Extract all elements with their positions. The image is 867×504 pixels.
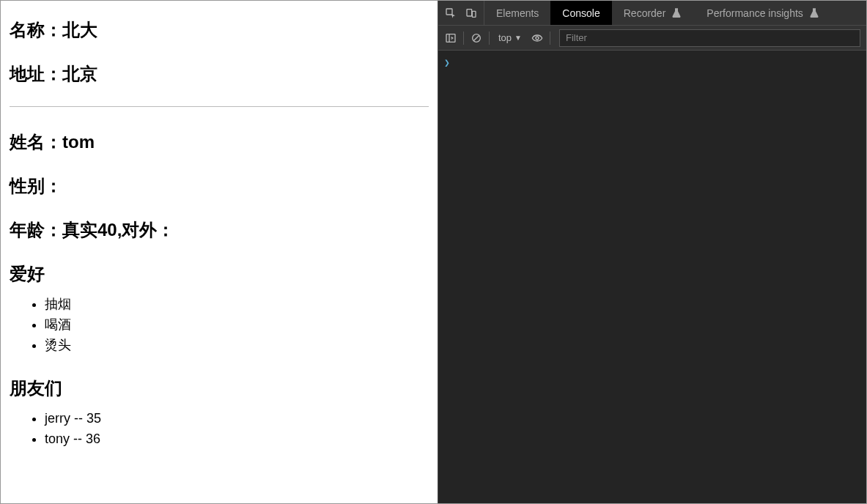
device-toggle-icon[interactable] (465, 7, 478, 20)
console-body[interactable]: ❯ (438, 51, 866, 503)
tab-elements[interactable]: Elements (484, 1, 550, 25)
list-item: tony -- 36 (45, 429, 429, 450)
console-toolbar: top ▼ (438, 26, 866, 51)
devtools-icon-group (438, 1, 484, 25)
list-item: 喝酒 (45, 315, 429, 336)
svg-rect-1 (467, 9, 472, 15)
person-gender: 性别： (10, 174, 429, 198)
svg-point-7 (536, 37, 539, 40)
hobby-list: 抽烟 喝酒 烫头 (10, 294, 429, 356)
svg-rect-2 (472, 11, 476, 17)
separator (463, 32, 464, 45)
divider (10, 106, 429, 107)
school-name: 名称：北大 (10, 18, 429, 42)
flask-icon (808, 7, 821, 20)
devtools-panel: Elements Console Recorder Performance in… (438, 1, 866, 503)
tab-label: Console (562, 7, 599, 19)
friends-list: jerry -- 35 tony -- 36 (10, 409, 429, 450)
devtools-tab-bar: Elements Console Recorder Performance in… (438, 1, 866, 26)
context-label: top (498, 32, 512, 43)
live-expression-icon[interactable] (531, 32, 544, 45)
console-sidebar-toggle-icon[interactable] (444, 32, 457, 45)
school-address: 地址：北京 (10, 62, 429, 86)
tab-recorder[interactable]: Recorder (612, 1, 696, 25)
tab-label: Recorder (624, 7, 666, 19)
page-content: 名称：北大 地址：北京 姓名：tom 性别： 年龄：真实40,对外： 爱好 抽烟… (1, 1, 438, 503)
inspect-element-icon[interactable] (444, 7, 457, 20)
chevron-down-icon: ▼ (514, 34, 522, 42)
person-name: 姓名：tom (10, 130, 429, 154)
filter-wrap (559, 29, 860, 47)
tab-console[interactable]: Console (550, 1, 611, 25)
svg-line-6 (474, 35, 479, 40)
hobby-heading: 爱好 (10, 262, 429, 286)
svg-rect-3 (446, 34, 455, 42)
clear-console-icon[interactable] (470, 32, 483, 45)
flask-icon (670, 7, 683, 20)
list-item: 烫头 (45, 336, 429, 356)
tab-label: Elements (496, 7, 539, 19)
list-item: 抽烟 (45, 294, 429, 315)
person-age: 年龄：真实40,对外： (10, 218, 429, 242)
list-item: jerry -- 35 (45, 409, 429, 429)
separator (489, 32, 490, 45)
console-prompt-icon: ❯ (444, 57, 450, 68)
filter-input[interactable] (566, 32, 854, 43)
tab-performance-insights[interactable]: Performance insights (695, 1, 833, 25)
tab-label: Performance insights (706, 7, 803, 19)
separator (550, 32, 550, 45)
friends-heading: 朋友们 (10, 377, 429, 400)
context-selector[interactable]: top ▼ (495, 32, 525, 43)
